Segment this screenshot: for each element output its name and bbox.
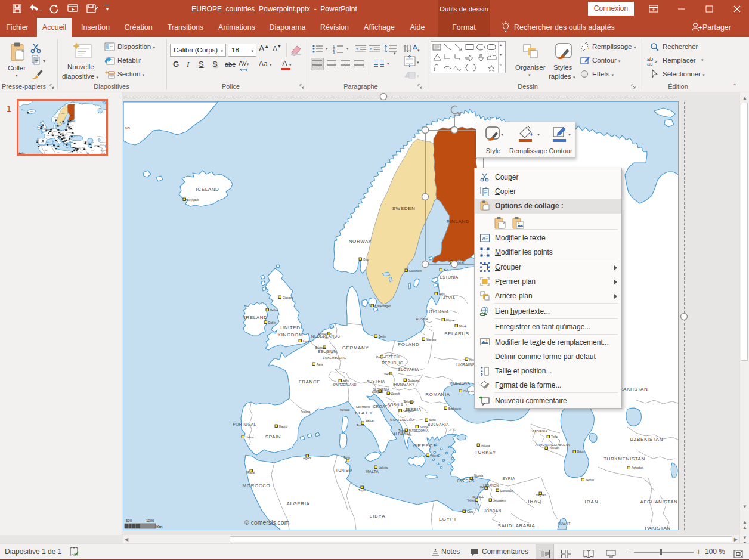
svg-text:Dublin: Dublin <box>268 321 276 324</box>
svg-text:Bern: Bern <box>343 380 349 383</box>
svg-text:GREECE: GREECE <box>413 443 437 448</box>
svg-text:BELARUS: BELARUS <box>444 331 469 336</box>
svg-text:PORTUGAL: PORTUGAL <box>233 422 256 426</box>
svg-text:MOLDOVA: MOLDOVA <box>450 381 471 385</box>
svg-text:Valletta: Valletta <box>379 466 388 469</box>
svg-text:Ljubljana: Ljubljana <box>372 391 383 394</box>
svg-text:ISRAEL: ISRAEL <box>472 495 484 499</box>
svg-text:Tehran: Tehran <box>586 479 594 482</box>
svg-text:MONTENEGRO: MONTENEGRO <box>390 418 414 422</box>
svg-text:ESTONIA: ESTONIA <box>440 275 458 279</box>
svg-text:MALTA: MALTA <box>366 469 379 474</box>
svg-text:Brussels: Brussels <box>315 346 326 349</box>
svg-text:▾: ▾ <box>537 132 540 137</box>
svg-text:▾: ▾ <box>501 132 503 137</box>
svg-text:1000: 1000 <box>146 519 154 522</box>
svg-text:Zagreb: Zagreb <box>391 392 400 395</box>
svg-text:ROMANIA: ROMANIA <box>425 392 450 397</box>
svg-text:PAKISTAN: PAKISTAN <box>645 525 670 530</box>
svg-text:Baku: Baku <box>577 450 584 453</box>
svg-text:ARMENIA: ARMENIA <box>535 443 550 447</box>
svg-text:Damascus: Damascus <box>500 490 513 493</box>
svg-text:Andorra: Andorra <box>301 410 311 413</box>
svg-text:Minsk: Minsk <box>459 325 467 328</box>
svg-text:Amsterdam: Amsterdam <box>318 333 332 336</box>
svg-text:GEORGIA: GEORGIA <box>532 429 547 433</box>
svg-text:Vatican: Vatican <box>366 419 374 422</box>
svg-text:FRANCE: FRANCE <box>299 379 321 385</box>
svg-text:Tbilisi: Tbilisi <box>551 435 558 438</box>
svg-text:AFGHANISTAN: AFGHANISTAN <box>640 499 678 505</box>
svg-text:▾: ▾ <box>394 51 396 55</box>
svg-text:RUSSIA: RUSSIA <box>416 317 429 321</box>
svg-text:ac: ac <box>647 61 653 66</box>
svg-text:Paris: Paris <box>317 363 323 366</box>
svg-text:Tirana: Tirana <box>398 429 406 432</box>
svg-text:▾: ▾ <box>568 132 571 137</box>
svg-text:3: 3 <box>333 51 335 54</box>
svg-text:KUWAIT: KUWAIT <box>558 522 571 525</box>
svg-text:TURKMENISTAN: TURKMENISTAN <box>603 456 645 462</box>
svg-text:Bucharest: Bucharest <box>448 407 461 410</box>
svg-text:AUSTRIA: AUSTRIA <box>367 379 385 383</box>
svg-text:▾: ▾ <box>417 48 420 52</box>
svg-text:Sofia: Sofia <box>429 419 436 422</box>
svg-text:POLAND: POLAND <box>398 342 420 347</box>
svg-text:UNITED: UNITED <box>280 325 300 330</box>
svg-text:SPAIN: SPAIN <box>265 434 281 440</box>
svg-text:Reykjavik: Reykjavik <box>187 199 199 202</box>
svg-text:LIBYA: LIBYA <box>369 513 385 519</box>
svg-text:Warsaw: Warsaw <box>426 338 437 341</box>
svg-text:SWEDEN: SWEDEN <box>392 206 416 211</box>
svg-text:Rome: Rome <box>357 424 364 427</box>
svg-text:BOSNIA: BOSNIA <box>388 403 404 407</box>
svg-text:CZECH: CZECH <box>385 355 400 359</box>
svg-text:Belfast: Belfast <box>270 309 279 312</box>
svg-text:Athens: Athens <box>431 454 440 457</box>
svg-text:Stockholm: Stockholm <box>409 270 422 273</box>
svg-text:TURKEY: TURKEY <box>475 450 496 455</box>
svg-text:Berlin: Berlin <box>379 335 386 338</box>
svg-text:San Marino: San Marino <box>356 406 370 409</box>
svg-text:JORDAN: JORDAN <box>484 509 501 513</box>
svg-text:A: A <box>413 44 417 51</box>
svg-text:Madrid: Madrid <box>279 425 287 428</box>
svg-text:ZAKHSTAN: ZAKHSTAN <box>620 386 648 392</box>
svg-text:Riga: Riga <box>439 293 445 296</box>
svg-text:© comersis.com: © comersis.com <box>244 519 290 526</box>
svg-text:Belgrade: Belgrade <box>404 400 415 403</box>
svg-text:Sarajevo: Sarajevo <box>403 410 414 413</box>
svg-text:REPUBLIC: REPUBLIC <box>382 361 403 365</box>
svg-text:Ankara: Ankara <box>481 444 490 447</box>
svg-text:London: London <box>303 340 312 343</box>
svg-text:Oslo: Oslo <box>363 258 369 261</box>
svg-text:Tripoli: Tripoli <box>358 489 366 492</box>
svg-text:TUNISIA: TUNISIA <box>336 468 353 472</box>
svg-text:SYRIA: SYRIA <box>502 477 515 481</box>
svg-text:Tunis: Tunis <box>343 456 351 459</box>
svg-text:▾: ▾ <box>43 58 45 64</box>
svg-text:LITHUANIA: LITHUANIA <box>426 310 449 314</box>
svg-text:Tel Aviv: Tel Aviv <box>467 499 476 502</box>
svg-text:Algiers: Algiers <box>303 457 312 460</box>
svg-text:▾: ▾ <box>417 74 419 78</box>
svg-text:Helsinki: Helsinki <box>454 261 464 264</box>
svg-text:ALBANIA: ALBANIA <box>393 432 411 436</box>
svg-text:BELGIUM: BELGIUM <box>318 349 337 354</box>
svg-text:MOROCCO: MOROCCO <box>243 483 271 488</box>
svg-text:UZBEKISTAN: UZBEKISTAN <box>630 437 663 442</box>
svg-text:Nicosia: Nicosia <box>474 474 484 477</box>
svg-text:Monaco: Monaco <box>340 409 350 412</box>
svg-text:UKRAINE: UKRAINE <box>456 363 475 367</box>
svg-text:BULGARIA: BULGARIA <box>428 422 449 426</box>
svg-text:Glasgow: Glasgow <box>283 296 294 299</box>
svg-text:Vienna: Vienna <box>384 373 393 376</box>
svg-text:ALGERIA: ALGERIA <box>287 501 310 506</box>
svg-text:SLOVAKIA: SLOVAKIA <box>398 367 419 372</box>
svg-text:Ashgabat: Ashgabat <box>632 466 643 469</box>
svg-text:FINLAND: FINLAND <box>447 219 469 224</box>
svg-text:IRELAND: IRELAND <box>244 315 268 320</box>
svg-text:Chisinau: Chisinau <box>463 390 474 393</box>
svg-text:Skopje: Skopje <box>420 426 428 429</box>
svg-text:Lisbon: Lisbon <box>246 436 254 439</box>
